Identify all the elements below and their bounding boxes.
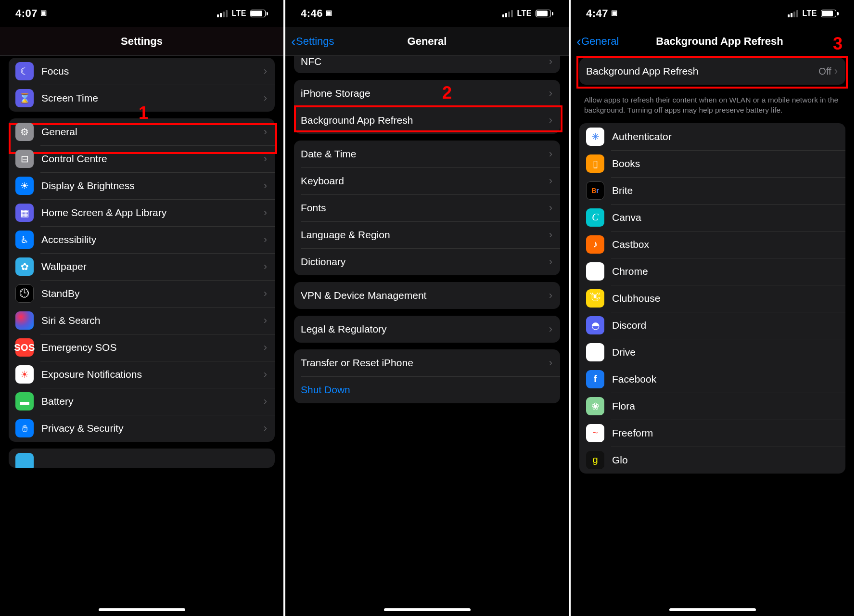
settings-row-sos[interactable]: SOS Emergency SOS › [9, 334, 275, 361]
general-row-legal[interactable]: Legal & Regulatory › [294, 316, 560, 343]
row-label: Discord [612, 320, 838, 331]
app-row-chrome[interactable]: ◉ Chrome [579, 258, 845, 285]
hand-icon: ✋︎ [15, 419, 34, 437]
settings-row-home-screen[interactable]: ▦ Home Screen & App Library › [9, 199, 275, 226]
screenshot-settings: 4:07 ▣ LTE Settings ☾ Focus › ⌛ Screen T… [0, 0, 285, 616]
settings-row-display[interactable]: ☀ Display & Brightness › [9, 172, 275, 199]
row-label: Dictionary [301, 256, 549, 268]
chevron-right-icon: › [264, 395, 267, 408]
row-label: Canva [612, 212, 838, 223]
chevron-right-icon: › [549, 87, 552, 100]
chevron-right-icon: › [549, 229, 552, 241]
home-indicator[interactable] [669, 608, 756, 611]
back-button[interactable]: ‹ Settings [291, 34, 334, 49]
app-row-books[interactable]: ▯ Books [579, 150, 845, 177]
row-label: StandBy [41, 288, 264, 299]
row-label: Control Centre [41, 153, 264, 165]
settings-row-battery[interactable]: ▬ Battery › [9, 388, 275, 415]
row-label: Legal & Regulatory [301, 323, 549, 335]
chevron-right-icon: › [549, 148, 552, 160]
row-label: Shut Down [301, 384, 552, 396]
app-row-authenticator[interactable]: ✳ Authenticator [579, 123, 845, 150]
chevron-right-icon: › [264, 180, 267, 192]
flower-icon: ✿ [15, 257, 34, 276]
row-label: Home Screen & App Library [41, 207, 264, 218]
gear-icon: ⚙ [15, 123, 34, 141]
general-row-shutdown[interactable]: Shut Down [294, 376, 560, 403]
drive-icon: ▲ [586, 343, 604, 361]
sos-icon: SOS [15, 338, 34, 357]
app-row-brite[interactable]: Br Brite [579, 177, 845, 204]
clubhouse-icon: 👋︎ [586, 289, 604, 308]
accessibility-icon: ♿︎ [15, 231, 34, 249]
chevron-right-icon: › [264, 153, 267, 165]
row-label: Flora [612, 400, 838, 412]
row-label: Privacy & Security [41, 423, 264, 434]
settings-row-accessibility[interactable]: ♿︎ Accessibility › [9, 226, 275, 253]
settings-row-screen-time[interactable]: ⌛ Screen Time › [9, 85, 275, 112]
status-bar: 4:07 ▣ LTE [0, 0, 283, 27]
general-row-date[interactable]: Date & Time › [294, 141, 560, 167]
general-row-dictionary[interactable]: Dictionary › [294, 248, 560, 275]
app-row-drive[interactable]: ▲ Drive [579, 339, 845, 366]
settings-row-siri[interactable]: Siri & Search › [9, 307, 275, 334]
general-row-keyboard[interactable]: Keyboard › [294, 167, 560, 194]
app-row-freeform[interactable]: ~ Freeform [579, 420, 845, 447]
settings-row-general[interactable]: ⚙ General › [9, 118, 275, 145]
chevron-right-icon: › [264, 233, 267, 246]
settings-row-focus[interactable]: ☾ Focus › [9, 58, 275, 85]
chevron-right-icon: › [264, 65, 267, 77]
row-label: Fonts [301, 202, 549, 214]
chevron-left-icon: ‹ [291, 34, 296, 49]
app-row-castbox[interactable]: ♪ Castbox [579, 231, 845, 258]
general-row-vpn[interactable]: VPN & Device Management › [294, 282, 560, 309]
home-indicator[interactable] [99, 608, 185, 611]
chevron-right-icon: › [549, 175, 552, 187]
status-time: 4:46 [301, 7, 323, 20]
facebook-icon: f [586, 370, 604, 388]
row-label: Authenticator [612, 131, 838, 142]
switches-icon: ⊟ [15, 150, 34, 168]
row-label: Transfer or Reset iPhone [301, 357, 549, 369]
chevron-right-icon: › [549, 256, 552, 268]
nav-header: ‹ Settings General [285, 27, 569, 56]
settings-row-standby[interactable]: 🕒︎ StandBy › [9, 280, 275, 307]
row-label: Accessibility [41, 234, 264, 245]
row-label: Date & Time [301, 148, 549, 160]
row-value: Off [818, 66, 831, 77]
settings-row-truncated[interactable] [9, 449, 275, 468]
app-row-flora[interactable]: ❀ Flora [579, 393, 845, 420]
settings-row-control-centre[interactable]: ⊟ Control Centre › [9, 145, 275, 172]
home-indicator[interactable] [384, 608, 471, 611]
general-row-fonts[interactable]: Fonts › [294, 194, 560, 221]
nav-arrow-icon: ▣ [326, 9, 332, 16]
general-row-transfer[interactable]: Transfer or Reset iPhone › [294, 349, 560, 376]
nav-arrow-icon: ▣ [611, 9, 618, 16]
general-row-language[interactable]: Language & Region › [294, 221, 560, 248]
battery-icon [250, 10, 268, 17]
network-label: LTE [802, 9, 817, 18]
discord-icon: ◓ [586, 316, 604, 334]
settings-row-exposure[interactable]: ☀ Exposure Notifications › [9, 361, 275, 388]
siri-icon [15, 311, 34, 330]
general-row-storage[interactable]: iPhone Storage › [294, 80, 560, 107]
app-row-discord[interactable]: ◓ Discord [579, 312, 845, 339]
row-label: Keyboard [301, 175, 549, 187]
app-row-canva[interactable]: C Canva [579, 204, 845, 231]
moon-icon: ☾ [15, 62, 34, 80]
app-row-glo[interactable]: g Glo [579, 447, 845, 474]
back-button[interactable]: ‹ General [576, 34, 619, 49]
chevron-right-icon: › [549, 114, 552, 127]
bar-master-row[interactable]: Background App Refresh Off › [579, 58, 845, 85]
clock-icon: 🕒︎ [15, 284, 34, 303]
settings-row-wallpaper[interactable]: ✿ Wallpaper › [9, 253, 275, 280]
virus-icon: ☀ [15, 365, 34, 384]
app-row-facebook[interactable]: f Facebook [579, 366, 845, 393]
row-label: Display & Brightness [41, 180, 264, 192]
settings-row-privacy[interactable]: ✋︎ Privacy & Security › [9, 415, 275, 442]
row-label: Wallpaper [41, 261, 264, 272]
nav-header: ‹ General Background App Refresh 3 [571, 27, 854, 56]
general-row-nfc[interactable]: NFC › [294, 56, 560, 73]
general-row-bar[interactable]: Background App Refresh › [294, 107, 560, 134]
app-row-clubhouse[interactable]: 👋︎ Clubhouse [579, 285, 845, 312]
